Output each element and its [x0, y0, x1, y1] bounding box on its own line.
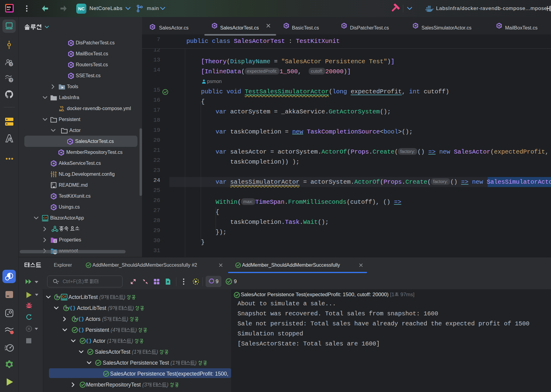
- svg-text:RD: RD: [7, 6, 11, 9]
- svg-text:?: ?: [10, 63, 12, 66]
- svg-text:?: ?: [10, 78, 12, 82]
- svg-text:NC: NC: [78, 6, 85, 11]
